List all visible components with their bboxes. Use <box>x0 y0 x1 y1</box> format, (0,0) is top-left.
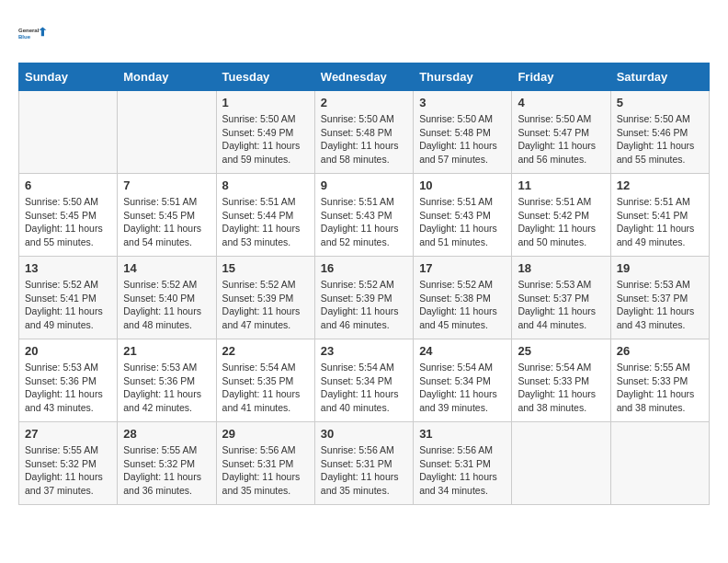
calendar-cell: 20Sunrise: 5:53 AMSunset: 5:36 PMDayligh… <box>19 339 118 422</box>
calendar-cell: 22Sunrise: 5:54 AMSunset: 5:35 PMDayligh… <box>216 339 314 422</box>
calendar-cell: 9Sunrise: 5:51 AMSunset: 5:43 PMDaylight… <box>314 174 413 257</box>
day-number: 21 <box>123 344 210 358</box>
week-row-5: 27Sunrise: 5:55 AMSunset: 5:32 PMDayligh… <box>19 422 710 505</box>
calendar-cell: 10Sunrise: 5:51 AMSunset: 5:43 PMDayligh… <box>414 174 512 257</box>
day-content: Sunrise: 5:54 AMSunset: 5:35 PMDaylight:… <box>222 361 309 415</box>
calendar-cell <box>610 422 709 505</box>
col-header-wednesday: Wednesday <box>314 63 413 91</box>
calendar-cell: 19Sunrise: 5:53 AMSunset: 5:37 PMDayligh… <box>610 257 709 339</box>
day-number: 17 <box>419 261 506 275</box>
day-number: 9 <box>321 178 407 192</box>
day-content: Sunrise: 5:55 AMSunset: 5:33 PMDaylight:… <box>617 361 703 415</box>
day-content: Sunrise: 5:56 AMSunset: 5:31 PMDaylight:… <box>419 443 506 498</box>
day-content: Sunrise: 5:53 AMSunset: 5:36 PMDaylight:… <box>25 361 111 415</box>
calendar-cell: 2Sunrise: 5:50 AMSunset: 5:48 PMDaylight… <box>314 91 413 174</box>
week-row-3: 13Sunrise: 5:52 AMSunset: 5:41 PMDayligh… <box>19 257 710 339</box>
day-number: 29 <box>222 427 309 441</box>
col-header-tuesday: Tuesday <box>216 63 314 91</box>
day-content: Sunrise: 5:50 AMSunset: 5:48 PMDaylight:… <box>321 112 407 167</box>
day-number: 22 <box>222 344 309 358</box>
day-content: Sunrise: 5:51 AMSunset: 5:41 PMDaylight:… <box>617 195 703 249</box>
day-content: Sunrise: 5:50 AMSunset: 5:45 PMDaylight:… <box>25 195 111 249</box>
day-content: Sunrise: 5:51 AMSunset: 5:43 PMDaylight:… <box>321 195 407 249</box>
day-content: Sunrise: 5:53 AMSunset: 5:37 PMDaylight:… <box>617 278 703 332</box>
day-content: Sunrise: 5:56 AMSunset: 5:31 PMDaylight:… <box>321 443 407 498</box>
col-header-friday: Friday <box>512 63 610 91</box>
calendar-cell <box>512 422 610 505</box>
calendar-cell: 27Sunrise: 5:55 AMSunset: 5:32 PMDayligh… <box>19 422 118 505</box>
calendar-cell: 5Sunrise: 5:50 AMSunset: 5:46 PMDaylight… <box>610 91 709 174</box>
day-number: 24 <box>419 344 506 358</box>
day-number: 19 <box>617 261 703 275</box>
calendar-cell: 26Sunrise: 5:55 AMSunset: 5:33 PMDayligh… <box>610 339 709 422</box>
day-content: Sunrise: 5:52 AMSunset: 5:41 PMDaylight:… <box>25 278 111 332</box>
calendar-cell: 31Sunrise: 5:56 AMSunset: 5:31 PMDayligh… <box>414 422 512 505</box>
day-content: Sunrise: 5:50 AMSunset: 5:49 PMDaylight:… <box>222 112 309 167</box>
week-row-1: 1Sunrise: 5:50 AMSunset: 5:49 PMDaylight… <box>19 91 710 174</box>
logo-icon: GeneralBlue <box>18 18 48 48</box>
header-row: SundayMondayTuesdayWednesdayThursdayFrid… <box>19 63 710 91</box>
calendar-cell: 21Sunrise: 5:53 AMSunset: 5:36 PMDayligh… <box>118 339 216 422</box>
svg-text:Blue: Blue <box>18 34 31 40</box>
day-number: 20 <box>25 344 111 358</box>
calendar-cell: 4Sunrise: 5:50 AMSunset: 5:47 PMDaylight… <box>512 91 610 174</box>
calendar-table: SundayMondayTuesdayWednesdayThursdayFrid… <box>18 63 710 505</box>
calendar-cell: 12Sunrise: 5:51 AMSunset: 5:41 PMDayligh… <box>610 174 709 257</box>
day-content: Sunrise: 5:52 AMSunset: 5:39 PMDaylight:… <box>321 278 407 332</box>
day-content: Sunrise: 5:53 AMSunset: 5:36 PMDaylight:… <box>123 361 210 415</box>
day-content: Sunrise: 5:51 AMSunset: 5:43 PMDaylight:… <box>419 195 506 249</box>
day-content: Sunrise: 5:55 AMSunset: 5:32 PMDaylight:… <box>123 443 210 498</box>
calendar-cell: 23Sunrise: 5:54 AMSunset: 5:34 PMDayligh… <box>314 339 413 422</box>
calendar-cell: 29Sunrise: 5:56 AMSunset: 5:31 PMDayligh… <box>216 422 314 505</box>
calendar-cell: 13Sunrise: 5:52 AMSunset: 5:41 PMDayligh… <box>19 257 118 339</box>
calendar-cell: 7Sunrise: 5:51 AMSunset: 5:45 PMDaylight… <box>118 174 216 257</box>
day-number: 12 <box>617 178 703 192</box>
calendar-cell: 28Sunrise: 5:55 AMSunset: 5:32 PMDayligh… <box>118 422 216 505</box>
day-content: Sunrise: 5:56 AMSunset: 5:31 PMDaylight:… <box>222 443 309 498</box>
day-number: 10 <box>419 178 506 192</box>
day-number: 3 <box>419 96 506 109</box>
day-number: 23 <box>321 344 407 358</box>
day-number: 25 <box>518 344 604 358</box>
calendar-cell <box>19 91 118 174</box>
day-content: Sunrise: 5:52 AMSunset: 5:38 PMDaylight:… <box>419 278 506 332</box>
day-content: Sunrise: 5:50 AMSunset: 5:47 PMDaylight:… <box>518 112 604 167</box>
calendar-cell: 14Sunrise: 5:52 AMSunset: 5:40 PMDayligh… <box>118 257 216 339</box>
day-number: 14 <box>123 261 210 275</box>
day-content: Sunrise: 5:50 AMSunset: 5:48 PMDaylight:… <box>419 112 506 167</box>
calendar-cell: 18Sunrise: 5:53 AMSunset: 5:37 PMDayligh… <box>512 257 610 339</box>
day-number: 26 <box>617 344 703 358</box>
calendar-cell: 11Sunrise: 5:51 AMSunset: 5:42 PMDayligh… <box>512 174 610 257</box>
col-header-saturday: Saturday <box>610 63 709 91</box>
calendar-cell: 15Sunrise: 5:52 AMSunset: 5:39 PMDayligh… <box>216 257 314 339</box>
day-number: 15 <box>222 261 309 275</box>
day-number: 18 <box>518 261 604 275</box>
calendar-cell: 17Sunrise: 5:52 AMSunset: 5:38 PMDayligh… <box>414 257 512 339</box>
day-content: Sunrise: 5:51 AMSunset: 5:42 PMDaylight:… <box>518 195 604 249</box>
day-content: Sunrise: 5:54 AMSunset: 5:34 PMDaylight:… <box>321 361 407 415</box>
day-content: Sunrise: 5:54 AMSunset: 5:34 PMDaylight:… <box>419 361 506 415</box>
day-number: 1 <box>222 96 309 109</box>
day-number: 11 <box>518 178 604 192</box>
calendar-cell: 16Sunrise: 5:52 AMSunset: 5:39 PMDayligh… <box>314 257 413 339</box>
calendar-cell <box>118 91 216 174</box>
calendar-cell: 30Sunrise: 5:56 AMSunset: 5:31 PMDayligh… <box>314 422 413 505</box>
day-number: 13 <box>25 261 111 275</box>
day-number: 2 <box>321 96 407 109</box>
calendar-cell: 3Sunrise: 5:50 AMSunset: 5:48 PMDaylight… <box>414 91 512 174</box>
calendar-cell: 8Sunrise: 5:51 AMSunset: 5:44 PMDaylight… <box>216 174 314 257</box>
day-number: 28 <box>123 427 210 441</box>
col-header-thursday: Thursday <box>414 63 512 91</box>
svg-marker-2 <box>39 28 46 37</box>
day-number: 7 <box>123 178 210 192</box>
day-number: 5 <box>617 96 703 109</box>
col-header-monday: Monday <box>118 63 216 91</box>
calendar-cell: 25Sunrise: 5:54 AMSunset: 5:33 PMDayligh… <box>512 339 610 422</box>
day-number: 8 <box>222 178 309 192</box>
day-number: 4 <box>518 96 604 109</box>
week-row-2: 6Sunrise: 5:50 AMSunset: 5:45 PMDaylight… <box>19 174 710 257</box>
day-number: 16 <box>321 261 407 275</box>
day-number: 27 <box>25 427 111 441</box>
day-content: Sunrise: 5:51 AMSunset: 5:44 PMDaylight:… <box>222 195 309 249</box>
day-content: Sunrise: 5:54 AMSunset: 5:33 PMDaylight:… <box>518 361 604 415</box>
